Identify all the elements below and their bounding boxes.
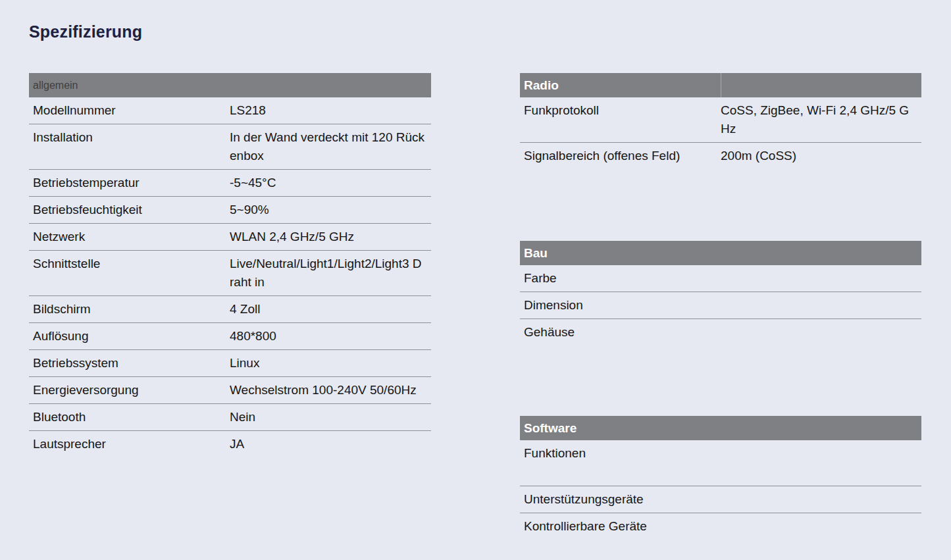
spec-label: Lautsprecher [29, 431, 230, 458]
spec-label: Farbe [520, 265, 721, 292]
table-row: Gehäuse [520, 319, 921, 346]
page-title: Spezifizierung [29, 22, 142, 41]
table-row: SchnittstelleLive/Neutral/Light1/Light2/… [29, 251, 431, 296]
spec-value: Linux [230, 350, 431, 377]
right-column: Radio FunkprotokollCoSS, ZigBee, Wi-Fi 2… [520, 73, 921, 540]
spec-label: Energieversorgung [29, 377, 230, 404]
spec-value [721, 319, 921, 346]
table-row: Kontrollierbare Geräte [520, 513, 921, 540]
section-header-radio-spacer [721, 73, 921, 97]
spec-label: Betriebsfeuchtigkeit [29, 197, 230, 224]
table-row: InstallationIn der Wand verdeckt mit 120… [29, 124, 431, 170]
spec-label: Betriebssystem [29, 350, 230, 377]
table-row: ModellnummerLS218 [29, 97, 431, 124]
spec-label: Schnittstelle [29, 251, 230, 296]
spec-label: Auflösung [29, 323, 230, 350]
spec-label: Funkprotokoll [520, 97, 721, 143]
spec-label: Betriebstemperatur [29, 170, 230, 197]
table-header-row: Radio [520, 73, 921, 97]
table-row: Farbe [520, 265, 921, 292]
spec-value: 4 Zoll [230, 296, 431, 323]
spec-table-allgemein: allgemein ModellnummerLS218InstallationI… [29, 73, 431, 457]
spec-value: JA [230, 431, 431, 458]
table-row: Funktionen [520, 440, 921, 486]
section-header-radio: Radio [520, 73, 721, 97]
section-header-allgemein: allgemein [29, 73, 431, 97]
left-column: allgemein ModellnummerLS218InstallationI… [29, 73, 431, 457]
spec-value: 200m (CoSS) [721, 143, 921, 170]
spec-value [721, 265, 921, 292]
spec-label: Signalbereich (offenes Feld) [520, 143, 721, 170]
spec-value: LS218 [230, 97, 431, 124]
spec-value: WLAN 2,4 GHz/5 GHz [230, 224, 431, 251]
spec-value [721, 440, 921, 486]
table-header-row: Bau [520, 241, 921, 265]
spec-label: Gehäuse [520, 319, 721, 346]
table-header-row: allgemein [29, 73, 431, 97]
table-row: Signalbereich (offenes Feld)200m (CoSS) [520, 143, 921, 170]
spec-value [721, 513, 921, 540]
table-row: Dimension [520, 292, 921, 319]
table-row: BluetoothNein [29, 404, 431, 431]
spec-table-software: Software FunktionenUnterstützungsgeräteK… [520, 416, 921, 540]
spec-value [721, 486, 921, 513]
table-header-row: Software [520, 416, 921, 440]
spec-label: Bildschirm [29, 296, 230, 323]
section-header-bau: Bau [520, 241, 921, 265]
spec-value: 480*800 [230, 323, 431, 350]
spec-label: Bluetooth [29, 404, 230, 431]
spec-value: Live/Neutral/Light1/Light2/Light3 Draht … [230, 251, 431, 296]
spec-value: In der Wand verdeckt mit 120 Rückenbox [230, 124, 431, 170]
spec-value: Wechselstrom 100-240V 50/60Hz [230, 377, 431, 404]
spec-label: Netzwerk [29, 224, 230, 251]
spec-label: Kontrollierbare Geräte [520, 513, 721, 540]
table-row: FunkprotokollCoSS, ZigBee, Wi-Fi 2,4 GHz… [520, 97, 921, 143]
table-row: EnergieversorgungWechselstrom 100-240V 5… [29, 377, 431, 404]
table-row: Betriebstemperatur-5~45°C [29, 170, 431, 197]
spec-label: Modellnummer [29, 97, 230, 124]
table-row: Betriebsfeuchtigkeit5~90% [29, 197, 431, 224]
spec-table-bau: Bau FarbeDimensionGehäuse [520, 241, 921, 345]
spec-label: Unterstützungsgeräte [520, 486, 721, 513]
spec-value: -5~45°C [230, 170, 431, 197]
table-row: Auflösung480*800 [29, 323, 431, 350]
spec-value [721, 292, 921, 319]
spec-value: 5~90% [230, 197, 431, 224]
spec-value: CoSS, ZigBee, Wi-Fi 2,4 GHz/5 GHz [721, 97, 921, 143]
table-row: NetzwerkWLAN 2,4 GHz/5 GHz [29, 224, 431, 251]
table-row: Bildschirm4 Zoll [29, 296, 431, 323]
spec-table-radio: Radio FunkprotokollCoSS, ZigBee, Wi-Fi 2… [520, 73, 921, 169]
spec-label: Installation [29, 124, 230, 170]
section-header-software: Software [520, 416, 921, 440]
specification-page: Spezifizierung allgemein ModellnummerLS2… [0, 0, 951, 560]
spec-label: Dimension [520, 292, 721, 319]
table-row: BetriebssystemLinux [29, 350, 431, 377]
table-row: Unterstützungsgeräte [520, 486, 921, 513]
spec-value: Nein [230, 404, 431, 431]
spec-label: Funktionen [520, 440, 721, 486]
table-row: LautsprecherJA [29, 431, 431, 458]
